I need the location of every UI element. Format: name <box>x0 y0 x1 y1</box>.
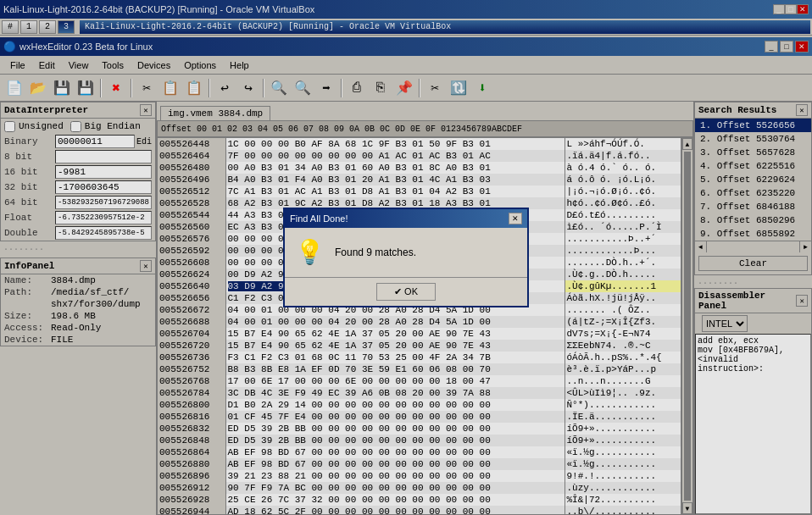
dialog-title: Find All Done! <box>290 213 348 224</box>
dialog-message: Found 9 matches. <box>335 246 416 258</box>
dialog-icon: 💡 <box>295 238 325 267</box>
modal-overlay: Find All Done! ✕ 💡 Found 9 matches. ✔ OK <box>0 0 812 515</box>
dialog-close-btn[interactable]: ✕ <box>509 213 522 224</box>
dialog-footer: ✔ OK <box>285 277 527 306</box>
ok-button[interactable]: ✔ OK <box>376 283 436 301</box>
dialog-body: 💡 Found 9 matches. <box>285 228 527 277</box>
dialog-titlebar: Find All Done! ✕ <box>285 209 527 228</box>
find-all-done-dialog: Find All Done! ✕ 💡 Found 9 matches. ✔ OK <box>283 208 529 307</box>
